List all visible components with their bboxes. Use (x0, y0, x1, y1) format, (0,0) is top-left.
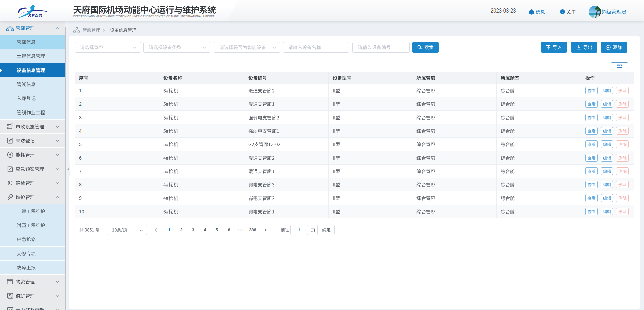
svg-text:SFAG: SFAG (28, 13, 42, 18)
